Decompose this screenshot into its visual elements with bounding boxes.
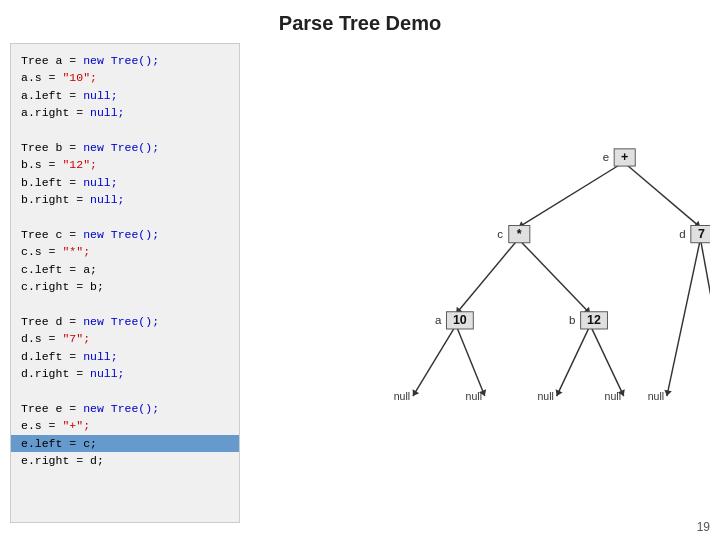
node-value: 12 — [587, 313, 601, 327]
node-label: c — [497, 228, 503, 240]
tree-node-d: d7 — [679, 226, 710, 243]
code-line: b.right = null; — [21, 191, 229, 208]
tree-node-e: e+ — [603, 149, 636, 166]
tree-panel: e+c*d7a10b12nullnullnullnullnullnull — [250, 43, 710, 523]
code-line: d.left = null; — [21, 348, 229, 365]
code-line: c.left = a; — [21, 261, 229, 278]
code-line: a.s = "10"; — [21, 69, 229, 86]
node-value: 10 — [453, 313, 467, 327]
code-block-4: Tree e = new Tree();e.s = "+";e.left = c… — [21, 400, 229, 469]
node-value: + — [621, 150, 628, 164]
node-value: 7 — [698, 227, 705, 241]
tree-edge — [456, 239, 518, 314]
code-line: d.s = "7"; — [21, 330, 229, 347]
tree-node-a: a10 — [435, 312, 473, 329]
code-line: Tree a = new Tree(); — [21, 52, 229, 69]
node-label: b — [569, 314, 575, 326]
code-block-0: Tree a = new Tree();a.s = "10";a.left = … — [21, 52, 229, 129]
tree-edge — [413, 325, 456, 396]
code-line: a.left = null; — [21, 87, 229, 104]
tree-edge — [518, 162, 623, 227]
tree-edge — [518, 239, 590, 314]
page-title: Parse Tree Demo — [0, 0, 720, 43]
code-line: b.s = "12"; — [21, 156, 229, 173]
tree-arrow — [664, 390, 671, 396]
tree-node-b: b12 — [569, 312, 607, 329]
node-value: * — [517, 227, 522, 241]
tree-null-node: null — [648, 390, 664, 402]
code-line: e.right = d; — [21, 452, 229, 469]
code-line: Tree c = new Tree(); — [21, 226, 229, 243]
tree-null-node: null — [466, 390, 482, 402]
code-line: Tree e = new Tree(); — [21, 400, 229, 417]
node-label: d — [679, 228, 685, 240]
code-line: Tree d = new Tree(); — [21, 313, 229, 330]
code-line: b.left = null; — [21, 174, 229, 191]
tree-edge — [456, 325, 485, 396]
tree-null-node: null — [605, 390, 621, 402]
code-line: Tree b = new Tree(); — [21, 139, 229, 156]
code-line: a.right = null; — [21, 104, 229, 121]
tree-edge — [590, 325, 624, 396]
tree-null-node: null — [394, 390, 410, 402]
tree-edge — [557, 325, 591, 396]
code-line: e.left = c; — [11, 435, 239, 452]
node-label: e — [603, 151, 609, 163]
code-line: d.right = null; — [21, 365, 229, 382]
code-block-3: Tree d = new Tree();d.s = "7";d.left = n… — [21, 313, 229, 390]
code-block-2: Tree c = new Tree();c.s = "*";c.left = a… — [21, 226, 229, 303]
tree-edge — [700, 239, 710, 396]
code-line: c.right = b; — [21, 278, 229, 295]
code-line: e.s = "+"; — [21, 417, 229, 434]
tree-edge — [667, 239, 701, 396]
node-label: a — [435, 314, 442, 326]
code-block-1: Tree b = new Tree();b.s = "12";b.left = … — [21, 139, 229, 216]
tree-null-node: null — [538, 390, 554, 402]
code-panel: Tree a = new Tree();a.s = "10";a.left = … — [10, 43, 240, 523]
code-line: c.s = "*"; — [21, 243, 229, 260]
page-number: 19 — [697, 520, 710, 534]
tree-node-c: c* — [497, 226, 530, 243]
tree-edge — [624, 162, 701, 227]
